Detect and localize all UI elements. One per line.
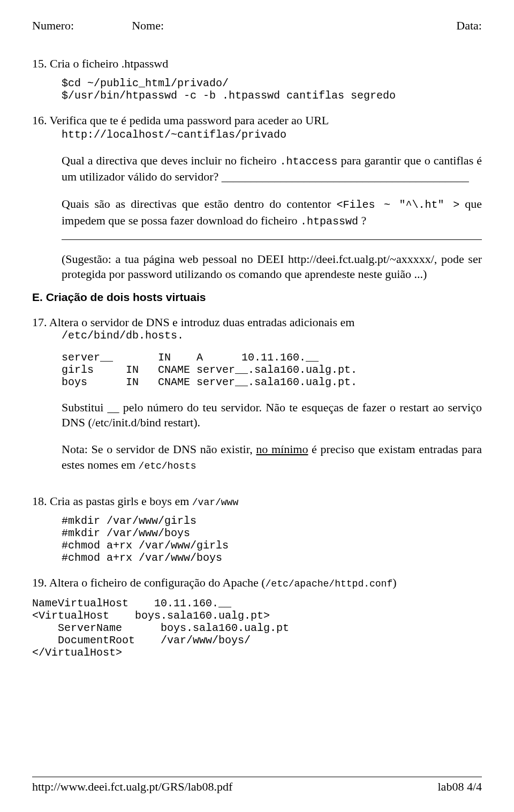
item-19-text: 19. Altera o ficheiro de configuração do… [32, 576, 482, 590]
item-17-p2u: no mínimo [256, 442, 308, 456]
vhost-config: NameVirtualHost 10.11.160.__ <VirtualHos… [32, 597, 482, 659]
item-15-code: $cd ~/public_html/privado/ $/usr/bin/htp… [62, 77, 482, 102]
item-16-q2-code2: .htpasswd [300, 215, 358, 228]
item-15-text: 15. Cria o ficheiro .htpasswd [32, 57, 482, 71]
item-16-q1a: Qual a directiva que deves incluir no fi… [62, 154, 279, 167]
footer-row: http://www.deei.fct.ualg.pt/GRS/lab08.pd… [32, 780, 482, 794]
header-data: Data: [456, 19, 482, 33]
item-16-q1-code: .htaccess [279, 155, 337, 168]
item-16-text: 16. Verifica que te é pedida uma passwor… [32, 114, 482, 127]
footer: http://www.deei.fct.ualg.pt/GRS/lab08.pd… [32, 777, 482, 794]
document-page: Numero: Nome: Data: 15. Cria o ficheiro … [0, 0, 514, 812]
item-19-text-code: /etc/apache/httpd.conf [266, 578, 393, 589]
item-16-q2a: Quais são as directivas que estão dentro… [62, 197, 336, 210]
item-16-q2-code1: <Files ~ "^\.ht" > [336, 199, 459, 211]
item-18-text: 18. Cria as pastas girls e boys em /var/… [32, 494, 482, 508]
footer-left: http://www.deei.fct.ualg.pt/GRS/lab08.pd… [32, 780, 232, 794]
item-17-p2a: Nota: Se o servidor de DNS não existir, [62, 442, 256, 456]
header-numero: Numero: [32, 19, 74, 33]
item-17-p2: Nota: Se o servidor de DNS não existir, … [62, 441, 482, 473]
item-17-p2-code: /etc/hosts [139, 461, 196, 471]
item-17-text: 17. Altera o servidor de DNS e introduz … [32, 315, 482, 329]
item-17-path: /etc/bind/db.hosts. [62, 329, 482, 342]
item-18-code: #mkdir /var/www/girls #mkdir /var/www/bo… [62, 515, 482, 564]
header-row: Numero: Nome: Data: [32, 19, 482, 33]
item-17-p1: Substitui __ pelo número do teu servidor… [62, 400, 482, 430]
item-16-url: http://localhost/~cantiflas/privado [62, 129, 482, 141]
item-17-dns-table: server__ IN A 10.11.160.__ girls IN CNAM… [62, 351, 482, 388]
item-16-q2c: ? [358, 214, 366, 227]
item-19-text-a: 19. Altera o ficheiro de configuração do… [32, 576, 266, 589]
footer-line [32, 777, 482, 778]
blank-line [62, 229, 482, 240]
item-19-text-b: ) [392, 576, 396, 589]
item-16-q2: Quais são as directivas que estão dentro… [62, 196, 482, 229]
item-18-text-code: /var/www [192, 497, 238, 508]
header-nome: Nome: [132, 19, 164, 33]
section-e-heading: E. Criação de dois hosts virtuais [32, 291, 482, 304]
item-18-text-a: 18. Cria as pastas girls e boys em [32, 494, 192, 508]
item-16-q1: Qual a directiva que deves incluir no fi… [62, 153, 482, 184]
item-16-suggestion: (Sugestão: a tua página web pessoal no D… [62, 252, 482, 281]
footer-right: lab08 4/4 [438, 780, 482, 794]
